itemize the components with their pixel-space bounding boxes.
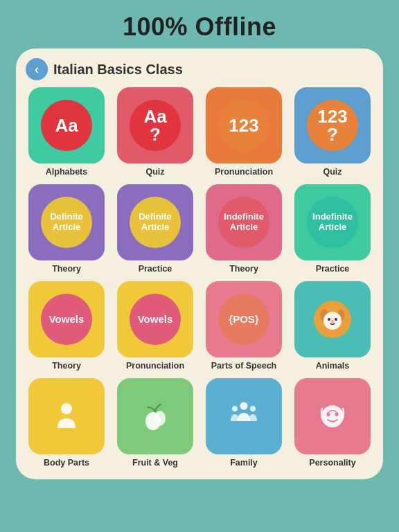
icon-box-fruit-veg <box>117 378 193 454</box>
icon-box-indef-art-theory: Indefinite Article <box>206 184 282 260</box>
icon-circle-indef-art-practice: Indefinite Article <box>307 197 358 248</box>
icon-circle-vowels-theory: Vowels <box>41 294 92 345</box>
item-vowels-theory[interactable]: VowelsTheory <box>26 281 107 371</box>
item-def-art-theory[interactable]: Definite ArticleTheory <box>26 184 107 274</box>
item-label-indef-art-theory: Theory <box>229 264 258 274</box>
item-alphabets[interactable]: AaAlphabets <box>26 87 107 177</box>
icon-box-vowels-pron: Vowels <box>117 281 193 357</box>
icon-box-indef-art-practice: Indefinite Article <box>294 184 371 260</box>
items-grid: AaAlphabetsAa ?Quiz123Pronunciation123 ?… <box>26 87 373 468</box>
icon-text-indef-art-theory: Indefinite Article <box>218 211 269 234</box>
item-label-vowels-pron: Pronunciation <box>126 361 184 371</box>
item-label-body-parts: Body Parts <box>44 458 89 468</box>
svg-point-15 <box>335 412 339 416</box>
svg-point-10 <box>240 402 248 410</box>
icon-text-vowels-pron: Vowels <box>138 313 173 325</box>
item-fruit-veg[interactable]: Fruit & Veg <box>114 378 196 468</box>
item-label-fruit-veg: Fruit & Veg <box>132 458 178 468</box>
icon-text-pronunciation: 123 <box>229 116 258 134</box>
icon-text-indef-art-practice: Indefinite Article <box>307 211 358 234</box>
main-card: ‹ Italian Basics Class AaAlphabetsAa ?Qu… <box>16 48 383 479</box>
icon-box-animals <box>294 281 371 357</box>
item-label-animals: Animals <box>316 361 350 371</box>
item-body-parts[interactable]: Body Parts <box>26 378 107 468</box>
svg-point-14 <box>327 412 330 416</box>
icon-circle-pronunciation: 123 <box>218 100 269 151</box>
svg-point-12 <box>250 406 256 411</box>
back-button[interactable]: ‹ <box>26 58 48 80</box>
item-indef-art-practice[interactable]: Indefinite ArticlePractice <box>292 184 373 274</box>
svg-point-7 <box>61 403 72 414</box>
item-vowels-pron[interactable]: VowelsPronunciation <box>114 281 196 371</box>
icon-text-def-art-practice: Definite Article <box>130 211 181 234</box>
icon-box-pronunciation: 123 <box>206 87 282 163</box>
item-label-def-art-theory: Theory <box>52 264 81 274</box>
item-label-alphabets: Alphabets <box>46 167 87 177</box>
icon-box-quiz1: Aa ? <box>117 87 193 163</box>
item-animals[interactable]: Animals <box>292 281 373 371</box>
item-label-pronunciation: Pronunciation <box>215 167 273 177</box>
svg-point-4 <box>328 318 330 321</box>
icon-text-def-art-theory: Definite Article <box>41 211 92 234</box>
icon-text-quiz1: Aa ? <box>143 107 166 143</box>
icon-box-body-parts <box>28 378 105 454</box>
item-label-def-art-practice: Practice <box>139 264 172 274</box>
icon-box-quiz2: 123 ? <box>294 87 371 163</box>
item-family[interactable]: Family <box>203 378 285 468</box>
icon-circle-quiz2: 123 ? <box>307 100 358 151</box>
svg-point-11 <box>232 406 238 411</box>
icon-text-parts-speech: {POS} <box>229 313 258 325</box>
svg-point-9 <box>154 411 166 426</box>
icon-box-alphabets: Aa <box>28 87 105 163</box>
item-label-parts-speech: Parts of Speech <box>211 361 276 371</box>
icon-box-family <box>206 378 282 454</box>
item-quiz1[interactable]: Aa ?Quiz <box>114 87 196 177</box>
icon-circle-alphabets: Aa <box>41 100 92 151</box>
item-label-indef-art-practice: Practice <box>316 264 350 274</box>
svg-point-13 <box>321 405 344 427</box>
item-label-quiz2: Quiz <box>323 167 342 177</box>
item-def-art-practice[interactable]: Definite ArticlePractice <box>114 184 196 274</box>
icon-box-parts-speech: {POS} <box>206 281 282 357</box>
page-header: 100% Offline <box>123 12 276 42</box>
svg-point-5 <box>335 318 337 321</box>
icon-text-alphabets: Aa <box>55 116 78 134</box>
card-title: Italian Basics Class <box>53 62 183 78</box>
icon-circle-quiz1: Aa ? <box>130 100 181 151</box>
item-quiz2[interactable]: 123 ?Quiz <box>292 87 373 177</box>
item-personality[interactable]: Personality <box>292 378 373 468</box>
icon-circle-def-art-practice: Definite Article <box>130 197 181 248</box>
icon-box-vowels-theory: Vowels <box>28 281 105 357</box>
item-parts-speech[interactable]: {POS}Parts of Speech <box>203 281 285 371</box>
icon-circle-def-art-theory: Definite Article <box>41 197 92 248</box>
item-pronunciation[interactable]: 123Pronunciation <box>203 87 285 177</box>
icon-text-quiz2: 123 ? <box>317 107 347 143</box>
item-indef-art-theory[interactable]: Indefinite ArticleTheory <box>203 184 285 274</box>
icon-circle-vowels-pron: Vowels <box>130 294 181 345</box>
item-label-personality: Personality <box>309 458 355 468</box>
item-label-vowels-theory: Theory <box>52 361 81 371</box>
icon-box-def-art-theory: Definite Article <box>28 184 105 260</box>
item-label-quiz1: Quiz <box>145 167 164 177</box>
item-label-family: Family <box>230 458 258 468</box>
card-header: ‹ Italian Basics Class <box>26 58 373 80</box>
icon-circle-parts-speech: {POS} <box>218 294 269 345</box>
icon-circle-indef-art-theory: Indefinite Article <box>218 197 269 248</box>
icon-box-def-art-practice: Definite Article <box>117 184 193 260</box>
icon-text-vowels-theory: Vowels <box>49 313 85 325</box>
svg-point-6 <box>330 320 335 323</box>
icon-box-personality <box>294 378 371 454</box>
